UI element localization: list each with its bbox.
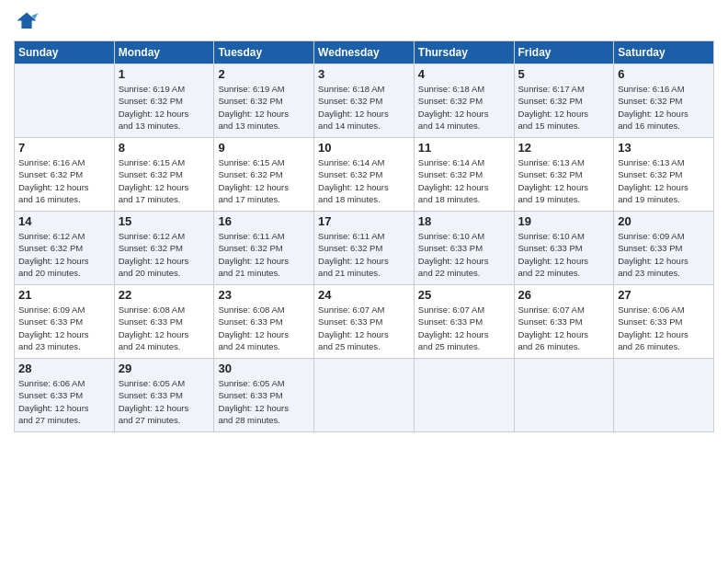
day-number: 26: [518, 288, 610, 302]
day-info: Sunrise: 6:12 AMSunset: 6:32 PMDaylight:…: [18, 230, 110, 279]
day-info: Sunrise: 6:13 AMSunset: 6:32 PMDaylight:…: [518, 156, 610, 205]
day-number: 2: [218, 67, 310, 81]
header: [14, 9, 714, 35]
weekday-header: Sunday: [15, 41, 115, 64]
day-number: 3: [318, 67, 410, 81]
day-number: 16: [218, 214, 310, 228]
calendar-header-row: SundayMondayTuesdayWednesdayThursdayFrid…: [15, 41, 714, 64]
day-number: 8: [119, 141, 210, 155]
weekday-header: Friday: [514, 41, 614, 64]
day-info: Sunrise: 6:12 AMSunset: 6:32 PMDaylight:…: [119, 230, 210, 279]
day-number: 14: [18, 214, 110, 228]
calendar-week-row: 7Sunrise: 6:16 AMSunset: 6:32 PMDaylight…: [15, 138, 714, 212]
calendar-cell: 8Sunrise: 6:15 AMSunset: 6:32 PMDaylight…: [114, 138, 214, 212]
svg-marker-0: [17, 13, 37, 29]
calendar-cell: 29Sunrise: 6:05 AMSunset: 6:33 PMDayligh…: [114, 359, 214, 432]
day-number: 29: [119, 362, 210, 375]
calendar-cell: 10Sunrise: 6:14 AMSunset: 6:32 PMDayligh…: [314, 138, 415, 212]
day-info: Sunrise: 6:10 AMSunset: 6:33 PMDaylight:…: [518, 230, 610, 279]
day-number: 21: [18, 288, 110, 302]
weekday-header: Wednesday: [314, 41, 415, 64]
day-info: Sunrise: 6:09 AMSunset: 6:33 PMDaylight:…: [618, 230, 710, 279]
day-info: Sunrise: 6:14 AMSunset: 6:32 PMDaylight:…: [318, 156, 410, 205]
calendar-week-row: 21Sunrise: 6:09 AMSunset: 6:33 PMDayligh…: [15, 285, 714, 359]
day-number: 1: [119, 67, 210, 81]
day-info: Sunrise: 6:07 AMSunset: 6:33 PMDaylight:…: [318, 304, 410, 352]
day-number: 4: [418, 67, 510, 81]
day-info: Sunrise: 6:06 AMSunset: 6:33 PMDaylight:…: [618, 304, 710, 352]
calendar-cell: 9Sunrise: 6:15 AMSunset: 6:32 PMDaylight…: [214, 138, 314, 212]
calendar-cell: 6Sunrise: 6:16 AMSunset: 6:32 PMDaylight…: [614, 64, 714, 138]
calendar-cell: 15Sunrise: 6:12 AMSunset: 6:32 PMDayligh…: [114, 212, 214, 285]
calendar-cell: [514, 359, 614, 432]
day-number: 22: [119, 288, 210, 302]
calendar-cell: 27Sunrise: 6:06 AMSunset: 6:33 PMDayligh…: [614, 285, 714, 359]
day-number: 7: [18, 141, 110, 155]
day-info: Sunrise: 6:16 AMSunset: 6:32 PMDaylight:…: [18, 156, 110, 205]
calendar-cell: 12Sunrise: 6:13 AMSunset: 6:32 PMDayligh…: [514, 138, 614, 212]
page-container: SundayMondayTuesdayWednesdayThursdayFrid…: [0, 0, 728, 442]
logo-icon: [14, 9, 40, 35]
weekday-header: Tuesday: [214, 41, 314, 64]
day-info: Sunrise: 6:07 AMSunset: 6:33 PMDaylight:…: [418, 304, 510, 352]
day-info: Sunrise: 6:07 AMSunset: 6:33 PMDaylight:…: [518, 304, 610, 352]
day-info: Sunrise: 6:08 AMSunset: 6:33 PMDaylight:…: [119, 304, 210, 352]
calendar-week-row: 28Sunrise: 6:06 AMSunset: 6:33 PMDayligh…: [15, 359, 714, 432]
day-number: 23: [218, 288, 310, 302]
calendar-body: 1Sunrise: 6:19 AMSunset: 6:32 PMDaylight…: [15, 64, 714, 432]
day-info: Sunrise: 6:11 AMSunset: 6:32 PMDaylight:…: [318, 230, 410, 279]
calendar-cell: 21Sunrise: 6:09 AMSunset: 6:33 PMDayligh…: [15, 285, 115, 359]
day-number: 25: [418, 288, 510, 302]
day-info: Sunrise: 6:18 AMSunset: 6:32 PMDaylight:…: [418, 83, 510, 132]
day-info: Sunrise: 6:17 AMSunset: 6:32 PMDaylight:…: [518, 83, 610, 132]
calendar-cell: [414, 359, 514, 432]
day-info: Sunrise: 6:11 AMSunset: 6:32 PMDaylight:…: [218, 230, 310, 279]
calendar-cell: 3Sunrise: 6:18 AMSunset: 6:32 PMDaylight…: [314, 64, 415, 138]
calendar-cell: 28Sunrise: 6:06 AMSunset: 6:33 PMDayligh…: [15, 359, 115, 432]
calendar-cell: [15, 64, 115, 138]
calendar-week-row: 14Sunrise: 6:12 AMSunset: 6:32 PMDayligh…: [15, 212, 714, 285]
day-number: 5: [518, 67, 610, 81]
calendar-cell: 13Sunrise: 6:13 AMSunset: 6:32 PMDayligh…: [614, 138, 714, 212]
day-number: 10: [318, 141, 410, 155]
day-number: 20: [618, 214, 710, 228]
calendar-cell: 23Sunrise: 6:08 AMSunset: 6:33 PMDayligh…: [214, 285, 314, 359]
calendar-cell: 5Sunrise: 6:17 AMSunset: 6:32 PMDaylight…: [514, 64, 614, 138]
day-number: 11: [418, 141, 510, 155]
calendar-cell: 2Sunrise: 6:19 AMSunset: 6:32 PMDaylight…: [214, 64, 314, 138]
day-info: Sunrise: 6:15 AMSunset: 6:32 PMDaylight:…: [119, 156, 210, 205]
calendar-cell: 22Sunrise: 6:08 AMSunset: 6:33 PMDayligh…: [114, 285, 214, 359]
day-number: 13: [618, 141, 710, 155]
weekday-header: Saturday: [614, 41, 714, 64]
day-info: Sunrise: 6:19 AMSunset: 6:32 PMDaylight:…: [218, 83, 310, 132]
day-number: 24: [318, 288, 410, 302]
day-info: Sunrise: 6:16 AMSunset: 6:32 PMDaylight:…: [618, 83, 710, 132]
day-info: Sunrise: 6:06 AMSunset: 6:33 PMDaylight:…: [18, 377, 110, 426]
calendar-cell: 25Sunrise: 6:07 AMSunset: 6:33 PMDayligh…: [414, 285, 514, 359]
day-info: Sunrise: 6:09 AMSunset: 6:33 PMDaylight:…: [18, 304, 110, 352]
calendar-cell: 18Sunrise: 6:10 AMSunset: 6:33 PMDayligh…: [414, 212, 514, 285]
logo: [14, 9, 41, 35]
day-number: 17: [318, 214, 410, 228]
calendar-cell: 1Sunrise: 6:19 AMSunset: 6:32 PMDaylight…: [114, 64, 214, 138]
day-info: Sunrise: 6:14 AMSunset: 6:32 PMDaylight:…: [418, 156, 510, 205]
day-info: Sunrise: 6:05 AMSunset: 6:33 PMDaylight:…: [119, 377, 210, 426]
calendar-cell: 4Sunrise: 6:18 AMSunset: 6:32 PMDaylight…: [414, 64, 514, 138]
day-info: Sunrise: 6:05 AMSunset: 6:33 PMDaylight:…: [218, 377, 310, 426]
calendar-cell: [314, 359, 415, 432]
day-info: Sunrise: 6:13 AMSunset: 6:32 PMDaylight:…: [618, 156, 710, 205]
day-number: 6: [618, 67, 710, 81]
weekday-header: Thursday: [414, 41, 514, 64]
calendar-table: SundayMondayTuesdayWednesdayThursdayFrid…: [14, 40, 714, 432]
calendar-cell: 17Sunrise: 6:11 AMSunset: 6:32 PMDayligh…: [314, 212, 415, 285]
calendar-cell: 11Sunrise: 6:14 AMSunset: 6:32 PMDayligh…: [414, 138, 514, 212]
calendar-cell: 20Sunrise: 6:09 AMSunset: 6:33 PMDayligh…: [614, 212, 714, 285]
calendar-cell: 24Sunrise: 6:07 AMSunset: 6:33 PMDayligh…: [314, 285, 415, 359]
calendar-cell: 14Sunrise: 6:12 AMSunset: 6:32 PMDayligh…: [15, 212, 115, 285]
calendar-cell: 7Sunrise: 6:16 AMSunset: 6:32 PMDaylight…: [15, 138, 115, 212]
day-number: 27: [618, 288, 710, 302]
weekday-header: Monday: [114, 41, 214, 64]
day-number: 19: [518, 214, 610, 228]
day-info: Sunrise: 6:19 AMSunset: 6:32 PMDaylight:…: [119, 83, 210, 132]
calendar-cell: [614, 359, 714, 432]
